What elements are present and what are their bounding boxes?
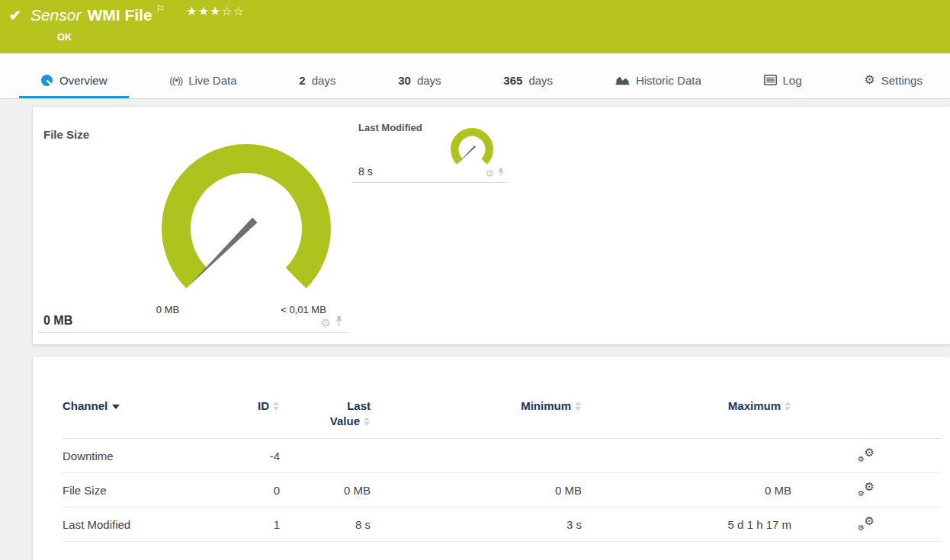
sort-icon [785, 402, 791, 411]
column-header-minimum[interactable]: Minimum [371, 398, 582, 439]
tab-overview[interactable]: Overview [19, 66, 129, 98]
tab-label: Log [783, 74, 802, 87]
gauge-current-value: 8 s [358, 165, 373, 178]
channel-maximum [582, 439, 791, 473]
sensor-header: ✔ Sensor WMI File ⚐ ★★★☆☆ OK [0, 0, 950, 53]
channel-name: Downtime [63, 439, 215, 473]
tab-label: days [528, 74, 553, 87]
table-row-file-size: File Size 0 0 MB 0 MB 0 MB ⚙⚙ [63, 473, 941, 507]
tab-number: 2 [299, 74, 305, 87]
tab-2-days[interactable]: 2 days [278, 66, 357, 98]
tab-live-data[interactable]: ((•)) Live Data [148, 66, 258, 98]
tab-label: Live Data [188, 74, 236, 87]
gauge-max-label: < 0,01 MB [258, 304, 349, 315]
tab-label: days [417, 74, 441, 87]
gauge-title: File Size [43, 128, 89, 141]
channel-minimum [371, 439, 582, 473]
channel-settings-cell: ⚙⚙ [791, 473, 941, 507]
page-title: WMI File [87, 5, 152, 26]
tab-label: Historic Data [636, 74, 701, 87]
sort-icon [273, 402, 280, 411]
tab-log[interactable]: Log [743, 66, 823, 98]
tab-number: 30 [398, 74, 411, 87]
tab-number: 365 [503, 74, 522, 87]
column-label: Minimum [521, 398, 571, 414]
channel-minimum: 0 MB [371, 473, 582, 507]
column-header-last-value[interactable]: Last Value [280, 398, 371, 439]
table-row-last-modified: Last Modified 1 8 s 3 s 5 d 1 h 17 m ⚙⚙ [63, 507, 941, 542]
last-modified-gauge-block: Last Modified 8 s ⚙ [353, 119, 507, 183]
gauge-title: Last Modified [358, 122, 422, 133]
gauge-controls: ⚙ [485, 166, 505, 180]
gauges-panel: File Size 0 MB < 0,01 MB 0 MB ⚙ Last Mod [33, 107, 950, 344]
sensor-kind-label: Sensor [30, 5, 82, 26]
flag-icon[interactable]: ⚐ [156, 3, 165, 14]
sort-icon [364, 417, 371, 426]
content-area: File Size 0 MB < 0,01 MB 0 MB ⚙ Last Mod [0, 99, 950, 560]
channel-maximum: 0 MB [582, 473, 791, 507]
channel-id: -4 [215, 439, 280, 473]
tab-historic-data[interactable]: Historic Data [594, 66, 723, 98]
gauge-controls: ⚙ [321, 315, 343, 329]
column-label: Channel [63, 398, 108, 414]
gauge-min-label: 0 MB [130, 304, 206, 315]
channel-settings-gears-icon[interactable]: ⚙⚙ [858, 448, 875, 462]
status-badge: OK [57, 31, 72, 43]
tab-30-days[interactable]: 30 days [377, 66, 462, 98]
channel-settings-cell: ⚙⚙ [791, 439, 941, 473]
gauge-current-value: 0 MB [43, 314, 72, 328]
column-header-settings [791, 398, 941, 439]
log-icon [764, 75, 777, 85]
column-header-id[interactable]: ID [215, 398, 280, 439]
column-header-maximum[interactable]: Maximum [582, 398, 791, 439]
broadcast-icon: ((•)) [169, 75, 182, 86]
area-chart-icon [615, 75, 630, 86]
channel-settings-gears-icon[interactable]: ⚙⚙ [858, 482, 875, 496]
tab-label: Settings [881, 74, 923, 87]
column-label: ID [258, 398, 269, 414]
channel-id: 1 [215, 507, 280, 542]
channel-id: 0 [215, 473, 280, 507]
channel-minimum: 3 s [371, 507, 582, 542]
tab-365-days[interactable]: 365 days [482, 66, 574, 98]
channel-last-value: 8 s [280, 507, 371, 542]
gear-icon: ⚙ [864, 74, 875, 86]
channel-name: File Size [63, 473, 215, 507]
channel-settings-gears-icon[interactable]: ⚙⚙ [858, 517, 875, 530]
channel-last-value [280, 439, 371, 473]
priority-stars[interactable]: ★★★☆☆ [186, 4, 245, 19]
file-size-gauge-block: File Size 0 MB < 0,01 MB 0 MB ⚙ [38, 120, 348, 333]
tab-label: days [312, 74, 336, 87]
tab-label: Overview [59, 74, 108, 87]
sort-icon [575, 402, 582, 411]
table-header-row: Channel ID Last Value Minimum Maximum [63, 398, 941, 439]
sensor-title-row: ✔ Sensor WMI File ⚐ ★★★☆☆ [9, 5, 245, 26]
channel-name: Last Modified [63, 507, 215, 542]
channel-table: Channel ID Last Value Minimum Maximum [63, 398, 941, 542]
channel-settings-cell: ⚙⚙ [791, 507, 941, 542]
file-size-gauge [159, 141, 334, 316]
column-header-channel[interactable]: Channel [63, 398, 215, 439]
pin-icon[interactable] [335, 315, 343, 329]
tab-settings[interactable]: ⚙ Settings [842, 66, 944, 98]
last-modified-gauge [449, 126, 495, 172]
gear-icon[interactable]: ⚙ [321, 317, 331, 328]
sort-desc-icon [112, 405, 120, 409]
gauge-icon [40, 74, 53, 87]
gear-icon[interactable]: ⚙ [485, 168, 494, 178]
table-row-downtime: Downtime -4 ⚙⚙ [63, 439, 941, 473]
tab-bar: Overview ((•)) Live Data 2 days 30 days … [0, 53, 950, 99]
channel-last-value: 0 MB [280, 473, 371, 507]
pin-icon[interactable] [497, 166, 505, 180]
channel-maximum: 5 d 1 h 17 m [582, 507, 791, 542]
column-label: Maximum [728, 398, 781, 414]
status-ok-check-icon: ✔ [9, 7, 21, 24]
channel-table-panel: Channel ID Last Value Minimum Maximum [33, 357, 950, 560]
